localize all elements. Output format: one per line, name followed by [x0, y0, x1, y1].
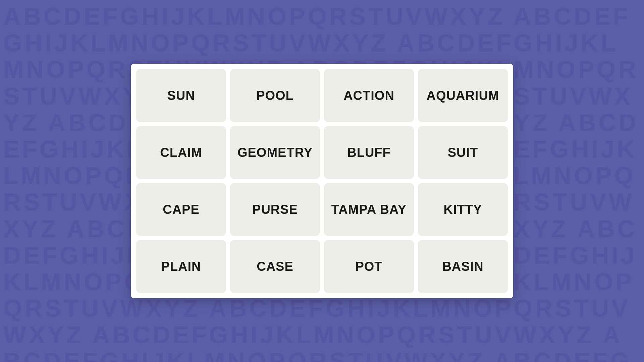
card-basin[interactable]: BASIN	[418, 240, 508, 293]
card-pool[interactable]: POOL	[230, 69, 320, 122]
card-sun[interactable]: SUN	[136, 69, 226, 122]
card-label-pool: POOL	[256, 88, 294, 103]
card-tampa-bay[interactable]: TAMPA BAY	[324, 183, 414, 236]
card-label-sun: SUN	[167, 88, 195, 103]
card-label-basin: BASIN	[442, 259, 483, 274]
card-kitty[interactable]: KITTY	[418, 183, 508, 236]
card-action[interactable]: ACTION	[324, 69, 414, 122]
card-claim[interactable]: CLAIM	[136, 126, 226, 179]
card-cape[interactable]: CAPE	[136, 183, 226, 236]
card-suit[interactable]: SUIT	[418, 126, 508, 179]
card-label-claim: CLAIM	[160, 145, 202, 160]
card-grid: SUNPOOLACTIONAQUARIUMCLAIMGEOMETRYBLUFFS…	[136, 69, 508, 293]
card-bluff[interactable]: BLUFF	[324, 126, 414, 179]
card-geometry[interactable]: GEOMETRY	[230, 126, 320, 179]
card-label-bluff: BLUFF	[347, 145, 391, 160]
card-label-case: CASE	[257, 259, 293, 274]
card-label-kitty: KITTY	[444, 202, 482, 217]
card-plain[interactable]: PLAIN	[136, 240, 226, 293]
card-label-geometry: GEOMETRY	[237, 145, 313, 160]
card-purse[interactable]: PURSE	[230, 183, 320, 236]
card-pot[interactable]: POT	[324, 240, 414, 293]
card-case[interactable]: CASE	[230, 240, 320, 293]
card-label-purse: PURSE	[252, 202, 298, 217]
card-grid-wrapper: SUNPOOLACTIONAQUARIUMCLAIMGEOMETRYBLUFFS…	[131, 64, 513, 298]
card-label-aquarium: AQUARIUM	[427, 88, 499, 103]
card-label-action: ACTION	[343, 88, 394, 103]
card-label-cape: CAPE	[163, 202, 200, 217]
card-label-plain: PLAIN	[161, 259, 201, 274]
card-aquarium[interactable]: AQUARIUM	[418, 69, 508, 122]
card-label-suit: SUIT	[448, 145, 478, 160]
card-label-tampa-bay: TAMPA BAY	[331, 202, 407, 217]
card-label-pot: POT	[355, 259, 382, 274]
